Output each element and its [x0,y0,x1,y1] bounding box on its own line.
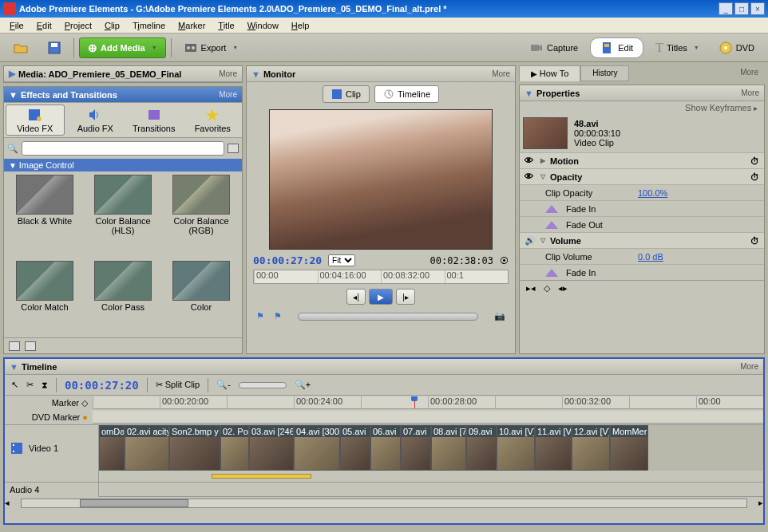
fade-out-button[interactable]: Fade Out [520,216,764,232]
timeline-clip[interactable]: 02.avi acity [125,425,169,471]
menu-project[interactable]: Project [58,19,98,32]
timeline-clip[interactable]: 11.avi [V [535,425,572,471]
close-button[interactable]: × [750,2,765,15]
audio-fx-tab[interactable]: Audio FX [66,103,125,137]
titles-button[interactable]: TTitles [648,37,707,59]
properties-more[interactable]: More [741,89,759,97]
timeline-clip[interactable]: 07.avi [401,425,431,471]
favorites-tab[interactable]: Favorites [184,103,243,137]
video-fx-tab[interactable]: Video FX [6,104,65,136]
speaker-icon[interactable]: 🔊 [525,235,536,246]
video-track-clips[interactable]: omDay02.avi acitySon2.bmp y02. Pos03.avi… [99,425,763,471]
timeline-clip[interactable]: MomMeri [610,425,648,471]
snapshot-button[interactable]: 📷 [494,311,505,322]
menu-edit[interactable]: Edit [30,19,58,32]
timeline-clip[interactable]: 05.avi [340,425,370,471]
add-media-button[interactable]: ⊕Add Media [79,37,166,58]
keyframe-nav-icon[interactable]: ◂▸ [558,283,568,294]
monitor-ruler[interactable]: 00:0000:04:16:0000:08:32:0000:1 [253,270,509,284]
prev-frame-button[interactable]: ◂| [346,289,366,305]
motion-section[interactable]: 👁▶Motion⏱ [520,152,764,168]
effect-item[interactable]: Color Balance (RGB) [164,175,239,258]
dvd-marker-icon[interactable]: ● [82,412,88,422]
menu-marker[interactable]: Marker [172,19,212,32]
prev-keyframe-icon[interactable]: ▸◂ [526,283,536,294]
menu-clip[interactable]: Clip [98,19,126,32]
effects-category[interactable]: ▼ Image Control [4,159,242,171]
monitor-timecode[interactable]: 00:00:27:20 [253,254,322,266]
clip-volume-value[interactable]: 0.0 dB [638,252,663,262]
transition-bar[interactable] [212,474,311,479]
menu-window[interactable]: Window [241,19,285,32]
selection-tool[interactable]: ↖ [11,380,18,390]
razor-tool[interactable]: ✂ [26,380,34,390]
timeline-ruler[interactable]: 00:00:20:0000:00:24:0000:00:28:0000:00:3… [93,396,763,409]
howto-tab[interactable]: ▶ How To [519,65,580,81]
stopwatch-icon[interactable]: ⏱ [750,156,759,166]
opacity-section[interactable]: 👁▽Opacity⏱ [520,168,764,184]
timeline-clip[interactable]: 08.avi [7 [431,425,466,471]
effect-item[interactable]: Black & White [7,175,82,258]
effect-item[interactable]: Color [164,261,239,334]
shuttle-slider[interactable] [298,313,478,321]
effect-item[interactable]: Color Match [7,261,82,334]
play-button[interactable]: ▶ [369,289,393,305]
menu-file[interactable]: File [3,19,30,32]
monitor-timeline-tab[interactable]: Timeline [374,85,439,103]
eye-icon[interactable]: 👁 [525,156,536,167]
minimize-button[interactable]: _ [719,2,733,15]
timeline-clip[interactable]: 09.avi [466,425,497,471]
eye-icon[interactable]: 👁 [525,171,536,183]
dvd-button[interactable]: DVD [711,37,762,59]
split-clip-button[interactable]: ✂ Split Clip [156,380,200,390]
list-view-button[interactable] [9,341,20,351]
show-keyframes-button[interactable]: Show Keyframes ▸ [520,101,764,114]
timeline-clip[interactable]: 03.avi [246.2 [249,425,294,471]
effects-search-input[interactable] [22,141,224,156]
edit-mode-button[interactable]: Edit [590,37,643,58]
timeline-scrollbar[interactable]: ◂▸ [5,496,763,509]
monitor-clip-tab[interactable]: Clip [323,85,370,103]
playhead[interactable] [414,396,415,409]
zoom-in-button[interactable]: 🔍+ [295,380,311,390]
new-folder-button[interactable] [228,144,239,153]
timeline-clip[interactable]: 02. Pos [220,425,249,471]
next-frame-button[interactable]: |▸ [396,289,415,305]
save-button[interactable] [40,37,69,59]
right-more[interactable]: More [734,65,765,81]
menu-help[interactable]: Help [285,19,316,32]
effect-item[interactable]: Color Balance (HLS) [85,175,160,258]
timeline-clip[interactable]: 04.avi [300% [294,425,340,471]
time-tool[interactable]: ⧗ [42,380,48,390]
monitor-more[interactable]: More [492,69,510,78]
timeline-more[interactable]: More [740,362,758,371]
timeline-timecode[interactable]: 00:00:27:20 [65,379,139,392]
transitions-tab[interactable]: Transitions [125,103,184,137]
zoom-slider[interactable] [239,382,287,388]
capture-button[interactable]: Capture [522,37,585,59]
timeline-clip[interactable]: Son2.bmp y [169,425,220,471]
media-more[interactable]: More [219,69,237,78]
open-button[interactable] [6,37,35,59]
marker-icon[interactable]: ◇ [81,398,88,408]
export-button[interactable]: Export [176,37,246,59]
volume-section[interactable]: 🔊▽Volume⏱ [520,232,764,248]
monitor-video[interactable] [269,109,493,250]
stopwatch-icon[interactable]: ⏱ [750,236,759,246]
timeline-clip[interactable]: omDay [99,425,125,471]
menu-title[interactable]: Title [212,19,240,32]
thumb-view-button[interactable] [25,341,36,351]
zoom-out-button[interactable]: 🔍- [216,380,231,390]
history-tab[interactable]: History [580,65,629,81]
in-point-icon[interactable]: ⚑ [256,311,264,322]
monitor-zoom-select[interactable]: Fit [328,254,355,266]
effect-item[interactable]: Color Pass [85,261,160,334]
out-point-icon[interactable]: ⚑ [274,311,282,322]
stopwatch-icon[interactable]: ⏱ [750,172,759,182]
add-keyframe-icon[interactable]: ◇ [544,283,550,294]
volume-fade-in-button[interactable]: Fade In [520,264,764,280]
maximize-button[interactable]: □ [734,2,749,15]
timeline-clip[interactable]: 10.avi [V] [497,425,535,471]
menu-timeline[interactable]: Timeline [126,19,172,32]
fade-in-button[interactable]: Fade In [520,200,764,216]
